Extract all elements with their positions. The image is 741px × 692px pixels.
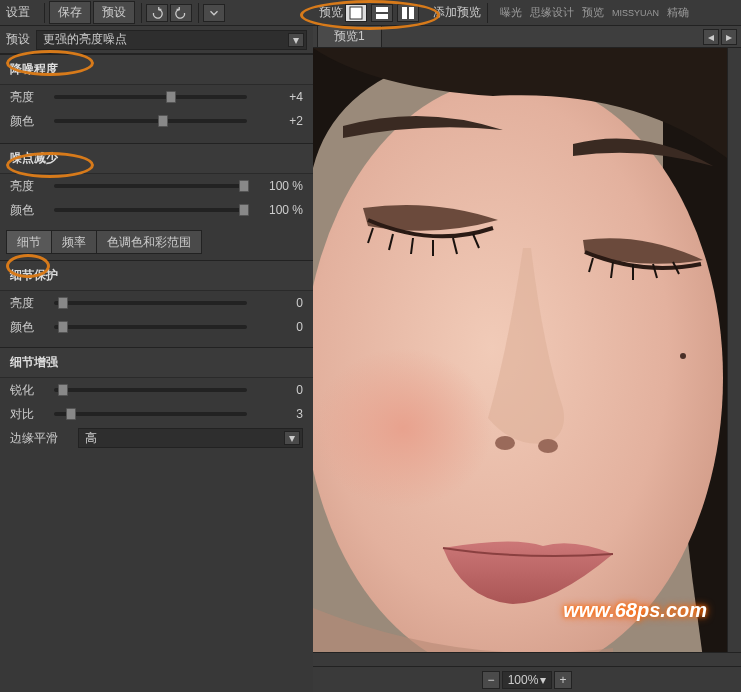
settings-title: 设置 [6, 4, 30, 21]
preset-select[interactable]: 更强的亮度噪点 ▾ [36, 30, 307, 50]
tab-tone[interactable]: 色调色和彩范围 [96, 230, 202, 254]
brightness-slider[interactable] [54, 95, 247, 99]
add-preview-link[interactable]: 添加预览 [433, 4, 481, 21]
section-detail-enhance: 细节增强 [0, 347, 313, 378]
view-single-icon[interactable] [345, 4, 367, 22]
preset-button[interactable]: 预设 [93, 1, 135, 24]
preset-label: 预设 [6, 31, 30, 48]
zoom-out-button[interactable]: − [482, 671, 500, 689]
svg-rect-3 [402, 7, 407, 19]
right-topbar: 预览 添加预览 曝光 思缘设计 预览 MISSYUAN 精确 [313, 0, 741, 26]
chevron-down-icon: ▾ [288, 33, 304, 47]
bottom-bar: − 100%▾ + [313, 666, 741, 692]
chevron-down-icon: ▾ [540, 673, 546, 687]
svg-point-20 [680, 353, 686, 359]
undo-button[interactable] [146, 4, 168, 22]
preset-row: 预设 更强的亮度噪点 ▾ [0, 26, 313, 54]
svg-rect-2 [376, 14, 388, 19]
contrast-slider[interactable] [54, 412, 247, 416]
preview-tab-1[interactable]: 预览1 [317, 25, 382, 48]
section-detail-protect: 细节保护 [0, 260, 313, 291]
edge-smooth-select[interactable]: 高 ▾ [78, 428, 303, 448]
chevron-down-icon: ▾ [284, 431, 300, 445]
svg-rect-0 [350, 7, 362, 19]
svg-point-19 [538, 439, 558, 453]
view-split-h-icon[interactable] [371, 4, 393, 22]
dp-brightness-slider[interactable] [54, 301, 247, 305]
tab-frequency[interactable]: 频率 [51, 230, 97, 254]
section-noise-level: 降噪程度 [0, 54, 313, 85]
brightness-slider-row: 亮度 +4 [0, 85, 313, 109]
redo-button[interactable] [170, 4, 192, 22]
svg-rect-1 [376, 7, 388, 12]
watermark: www.68ps.com [563, 599, 707, 622]
zoom-value[interactable]: 100%▾ [502, 671, 552, 689]
preview-tab-bar: 预览1 ◂ ▸ [313, 26, 741, 48]
vertical-scrollbar[interactable] [727, 48, 741, 652]
dp-color-slider[interactable] [54, 325, 247, 329]
svg-point-18 [495, 436, 515, 450]
zoom-in-button[interactable]: + [554, 671, 572, 689]
detail-tabs: 细节 频率 色调色和彩范围 [6, 230, 307, 254]
nr-color-slider[interactable] [54, 208, 247, 212]
preview-image[interactable]: www.68ps.com [313, 48, 727, 652]
section-noise-reduce: 噪点减少 [0, 143, 313, 174]
preview-label: 预览 [319, 4, 343, 21]
view-split-v-icon[interactable] [397, 4, 419, 22]
sharpen-slider[interactable] [54, 388, 247, 392]
next-tab-button[interactable]: ▸ [721, 29, 737, 45]
save-button[interactable]: 保存 [49, 1, 91, 24]
horizontal-scrollbar[interactable] [313, 652, 741, 666]
left-topbar: 设置 保存 预设 [0, 0, 313, 26]
nr-brightness-slider[interactable] [54, 184, 247, 188]
expand-button[interactable] [203, 4, 225, 22]
svg-point-21 [313, 348, 493, 508]
prev-tab-button[interactable]: ◂ [703, 29, 719, 45]
color-slider-row: 颜色 +2 [0, 109, 313, 133]
tab-detail[interactable]: 细节 [6, 230, 52, 254]
svg-rect-4 [409, 7, 414, 19]
color-slider[interactable] [54, 119, 247, 123]
